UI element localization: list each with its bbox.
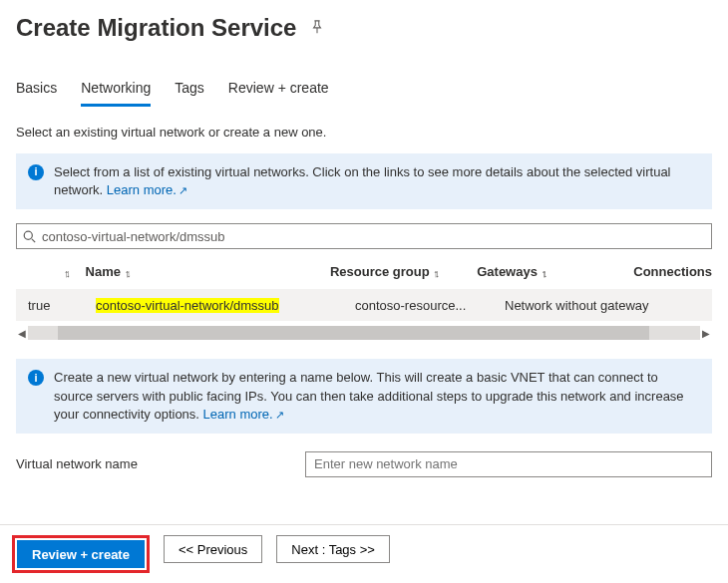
external-link-icon: ↗ bbox=[275, 409, 284, 421]
vnet-search-field[interactable] bbox=[42, 229, 705, 244]
tab-networking[interactable]: Networking bbox=[81, 74, 151, 107]
sort-icon[interactable]: ↑↓ bbox=[64, 267, 67, 279]
table-row[interactable]: true contoso-virtual-network/dmssub cont… bbox=[16, 289, 712, 321]
col-header-connections[interactable]: Connections bbox=[633, 264, 712, 279]
review-create-button[interactable]: Review + create bbox=[17, 540, 145, 568]
vnet-table: ↑↓ Name ↑↓ Resource group ↑↓ Gateways ↑↓… bbox=[16, 253, 712, 321]
row-gateways: Network without gateway bbox=[505, 298, 664, 313]
intro-text: Select an existing virtual network or cr… bbox=[16, 125, 712, 140]
highlight-annotation: Review + create bbox=[12, 535, 150, 573]
row-name[interactable]: contoso-virtual-network/dmssub bbox=[96, 298, 279, 313]
info-new-network: i Create a new virtual network by enteri… bbox=[16, 359, 712, 434]
next-button[interactable]: Next : Tags >> bbox=[276, 535, 390, 563]
pin-icon[interactable] bbox=[310, 20, 324, 37]
col-header-resource-group[interactable]: Resource group bbox=[330, 264, 430, 279]
horizontal-scrollbar[interactable]: ◀ ▶ bbox=[16, 325, 712, 341]
learn-more-existing-link[interactable]: Learn more.↗ bbox=[107, 182, 187, 197]
sort-icon[interactable]: ↑↓ bbox=[433, 267, 436, 279]
sort-icon[interactable]: ↑↓ bbox=[542, 267, 545, 279]
vnet-search-input[interactable] bbox=[16, 223, 712, 249]
vnet-name-input[interactable] bbox=[305, 451, 712, 477]
svg-point-0 bbox=[24, 231, 32, 239]
info-existing-networks: i Select from a list of existing virtual… bbox=[16, 153, 712, 209]
tab-review-create[interactable]: Review + create bbox=[228, 74, 329, 107]
external-link-icon: ↗ bbox=[179, 184, 187, 196]
sort-icon[interactable]: ↑↓ bbox=[125, 267, 128, 279]
info-icon: i bbox=[28, 370, 44, 386]
scroll-thumb[interactable] bbox=[58, 326, 649, 340]
col-header-name[interactable]: Name bbox=[86, 264, 121, 279]
row-resource-group: contoso-resource... bbox=[355, 298, 505, 313]
previous-button[interactable]: << Previous bbox=[164, 535, 262, 563]
tabs: Basics Networking Tags Review + create bbox=[0, 52, 728, 107]
search-icon bbox=[23, 230, 36, 243]
scroll-left-icon[interactable]: ◀ bbox=[16, 328, 28, 339]
tab-basics[interactable]: Basics bbox=[16, 74, 57, 107]
info-icon: i bbox=[28, 164, 44, 180]
row-selected: true bbox=[16, 298, 96, 313]
wizard-footer: Review + create << Previous Next : Tags … bbox=[0, 524, 728, 583]
vnet-name-label: Virtual network name bbox=[16, 456, 305, 471]
page-title: Create Migration Service bbox=[16, 14, 296, 42]
info-new-text: Create a new virtual network by entering… bbox=[54, 370, 684, 421]
tab-tags[interactable]: Tags bbox=[175, 74, 204, 107]
scroll-right-icon[interactable]: ▶ bbox=[700, 328, 712, 339]
learn-more-new-link[interactable]: Learn more.↗ bbox=[203, 407, 284, 422]
col-header-gateways[interactable]: Gateways bbox=[477, 264, 538, 279]
